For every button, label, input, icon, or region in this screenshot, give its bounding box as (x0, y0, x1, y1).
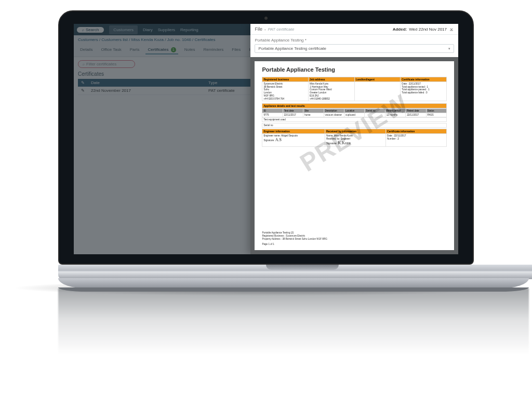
panel-title: File (255, 26, 262, 32)
certificate-type-select[interactable]: Portable Appliance Testing certificate ▾ (255, 44, 454, 53)
select-value: Portable Appliance Testing certificate (258, 46, 326, 51)
appliance-row: 977522/11/2017homevacuum cleanercupboard… (262, 113, 447, 117)
cert-info-cell: Date : 22/11/2017Total appliance tested … (401, 82, 447, 101)
cert-header-table: Registered business Job address Landlord… (262, 77, 447, 101)
hdr-reg: Registered business (262, 77, 309, 82)
document-preview-frame: Portable Appliance Testing PREVIEW Regis… (250, 57, 458, 254)
hdr-land: Landlord/agent (354, 77, 401, 82)
camera-dot (264, 17, 268, 20)
serial-row: Serial no (262, 123, 447, 128)
chevron-down-icon: ▾ (448, 47, 450, 51)
hdr-job: Job address (309, 77, 355, 82)
certinfo-cell: Date : 22/11/2017 Number : 2 (385, 134, 446, 146)
hdr-info: Certificate information (401, 77, 447, 82)
job-address-cell: Miss Kenda Koza1 Harrington WayCustom Ho… (309, 82, 355, 101)
appliance-bar: Appliance details and test results (262, 103, 447, 108)
certinfo-bar: Certificate information (385, 129, 446, 134)
certificate-type-label: Portable Appliance Testing * (255, 38, 454, 43)
screen-bezel: ⌕ Search Customers Diary Suppliers Repor… (58, 10, 474, 265)
signoff-table: Engineer information Received by informa… (262, 129, 447, 146)
document-footer: Portable Appliance Testing (2) Registere… (262, 231, 447, 246)
cert-title: Portable Appliance Testing (262, 66, 447, 73)
reg-business-cell: Sycamore Electric38 Berwick StreetSohoLo… (262, 82, 309, 101)
added-value: Wed 22nd Nov 2017 (409, 27, 447, 32)
engineer-cell: Engineer name: Abigail Sequoia Signature… (262, 134, 325, 146)
recv-bar: Received by information (325, 129, 385, 134)
added-label: Added: (393, 27, 407, 32)
engineer-signature: A.S (275, 138, 282, 142)
equipment-row: Test equipment used (262, 117, 447, 122)
page-indicator: Page 1 of 1 (262, 243, 447, 246)
laptop-mockup: ⌕ Search Customers Diary Suppliers Repor… (58, 10, 474, 366)
trackpad-notch (266, 265, 339, 270)
panel-subtitle: PAT certificate (268, 27, 295, 32)
panel-header: File - PAT certificate Added: Wed 22nd N… (250, 24, 458, 35)
file-panel: File - PAT certificate Added: Wed 22nd N… (250, 24, 458, 254)
separator: - (264, 27, 266, 32)
laptop-reflection (58, 289, 529, 366)
received-signature: K.Koza (338, 141, 351, 145)
document-preview: Portable Appliance Testing PREVIEW Regis… (255, 61, 454, 250)
appliance-table: IDTest dateSiteDescriptionLocationSerial… (262, 108, 447, 117)
landlord-cell (354, 82, 401, 101)
received-cell: Name: Miss Kenda Koza Received by: Engin… (325, 134, 385, 146)
panel-form: Portable Appliance Testing * Portable Ap… (250, 35, 458, 57)
download-icon[interactable] (449, 26, 454, 32)
laptop-hinge (58, 265, 532, 279)
laptop-base (58, 278, 529, 289)
eng-bar: Engineer information (262, 129, 325, 134)
screen: ⌕ Search Customers Diary Suppliers Repor… (74, 24, 458, 254)
